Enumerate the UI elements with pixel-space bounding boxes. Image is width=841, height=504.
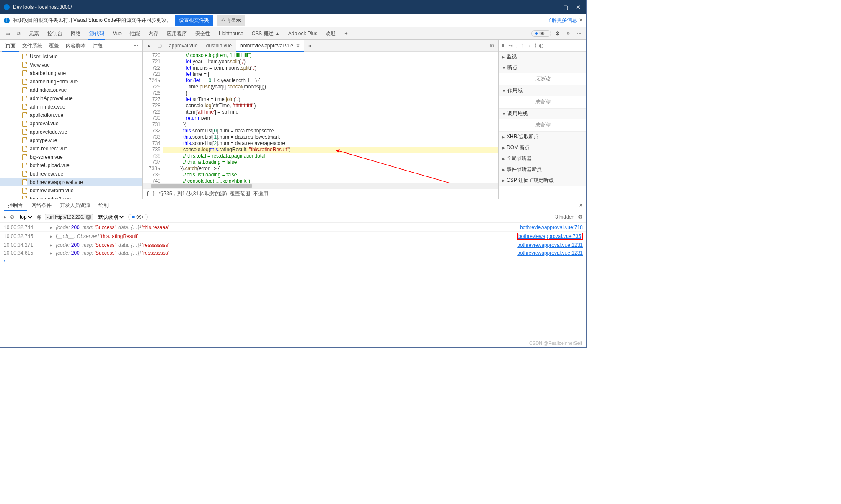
file-item[interactable]: bothreviewform.vue: [0, 186, 142, 195]
console-log-row[interactable]: 10:00:32.745▸[__ob__: Observer] 'this.ra…: [0, 232, 586, 241]
main-tab-7[interactable]: 应用程序: [163, 27, 191, 40]
console-log-row[interactable]: 10:00:34.615▸{code: 200, msg: 'Success',…: [0, 249, 586, 257]
step-into-icon[interactable]: ↓: [515, 42, 518, 49]
source-link[interactable]: bothreviewapproval.vue:735: [517, 233, 583, 240]
drawer-tab-3[interactable]: 绘制: [94, 199, 113, 211]
debugger-section[interactable]: ▼调用堆栈未暂停: [499, 109, 586, 132]
main-tab-3[interactable]: 源代码: [85, 27, 109, 40]
source-link[interactable]: bothreviewapproval.vue:718: [520, 225, 583, 230]
debugger-section[interactable]: ▼断点无断点: [499, 62, 586, 85]
navigator-tab-2[interactable]: 覆盖: [46, 40, 62, 52]
drawer-add-tab-button[interactable]: ＋: [114, 201, 124, 210]
console-settings-icon[interactable]: ⚙: [578, 214, 583, 220]
main-tab-6[interactable]: 内存: [144, 27, 163, 40]
file-item[interactable]: briefingIndex2.vue: [0, 195, 142, 199]
file-item[interactable]: abarbeitung.vue: [0, 69, 142, 78]
settings-icon[interactable]: ⚙: [553, 29, 562, 38]
toggle-navigator-icon[interactable]: ⧉: [487, 41, 497, 50]
main-tab-2[interactable]: 网络: [67, 27, 85, 40]
horizontal-scrollbar[interactable]: [143, 183, 498, 189]
file-item[interactable]: approval.vue: [0, 119, 142, 128]
console-filter-input[interactable]: -url:http://122.226.✕: [45, 214, 93, 220]
drawer-tab-0[interactable]: 控制台: [4, 199, 27, 211]
main-tab-0[interactable]: 元素: [25, 27, 43, 40]
maximize-button[interactable]: ▢: [563, 4, 568, 10]
code-editor[interactable]: 7207217227237247257267277287297307317327…: [143, 52, 498, 183]
close-icon[interactable]: ✕: [579, 17, 583, 23]
clear-filter-icon[interactable]: ✕: [86, 215, 91, 220]
file-tree[interactable]: UserList.vueView.vueabarbeitung.vueabarb…: [0, 52, 142, 199]
debugger-section[interactable]: ▶CSP 违反了规定断点: [499, 175, 586, 186]
step-icon[interactable]: →: [526, 42, 531, 49]
file-item[interactable]: approvetodo.vue: [0, 128, 142, 136]
console-issues-badge[interactable]: 99+: [128, 214, 148, 220]
debugger-section[interactable]: ▶DOM 断点: [499, 142, 586, 153]
file-item[interactable]: big-screen.vue: [0, 153, 142, 161]
main-tab-5[interactable]: 性能: [126, 27, 144, 40]
step-out-icon[interactable]: ↑: [521, 42, 524, 49]
navigator-tab-3[interactable]: 内容脚本: [62, 40, 89, 52]
main-tab-4[interactable]: Vue: [109, 27, 126, 40]
main-tab-12[interactable]: 欢迎: [321, 27, 340, 40]
editor-tab-1[interactable]: dustbin.vue: [202, 40, 236, 52]
set-root-folder-button[interactable]: 设置根文件夹: [175, 15, 213, 26]
main-tab-9[interactable]: Lighthouse: [215, 27, 248, 40]
console-log-row[interactable]: 10:00:34.271▸{code: 200, msg: 'Success',…: [0, 241, 586, 249]
navigator-tab-4[interactable]: 片段: [89, 40, 106, 52]
file-item[interactable]: application.vue: [0, 111, 142, 119]
main-tab-1[interactable]: 控制台: [43, 27, 67, 40]
log-level-select[interactable]: 默认级别: [96, 214, 125, 220]
source-link[interactable]: bothreviewapproval.vue:1231: [517, 250, 583, 256]
navigator-more-icon[interactable]: ⋯: [131, 43, 141, 49]
console-log-row[interactable]: 10:00:32.744▸{code: 200, msg: 'Success',…: [0, 224, 586, 232]
pause-exceptions-icon[interactable]: ◐: [539, 42, 543, 49]
drawer-tab-2[interactable]: 开发人员资源: [56, 199, 94, 211]
main-tab-11[interactable]: Adblock Plus: [284, 27, 321, 40]
device-toggle-icon[interactable]: ⧉: [14, 29, 23, 38]
close-button[interactable]: ✕: [576, 4, 580, 10]
navigator-tab-0[interactable]: 页面: [2, 40, 19, 52]
clear-console-icon[interactable]: ⊘: [10, 214, 15, 220]
file-item[interactable]: addIndicator.vue: [0, 86, 142, 94]
learn-more-link[interactable]: 了解更多信息✕: [547, 17, 583, 24]
drawer-tab-1[interactable]: 网络条件: [27, 199, 56, 211]
file-item[interactable]: UserList.vue: [0, 52, 142, 61]
file-item[interactable]: abarbeitungForm.vue: [0, 78, 142, 86]
navigator-tab-1[interactable]: 文件系统: [19, 40, 46, 52]
debugger-section[interactable]: ▶全局侦听器: [499, 153, 586, 164]
deactivate-breakpoints-icon[interactable]: ⌇: [534, 42, 536, 49]
inspect-icon[interactable]: ▭: [3, 29, 12, 38]
issues-badge[interactable]: 99+: [531, 30, 551, 37]
file-item[interactable]: bothreUpload.vue: [0, 161, 142, 170]
file-item[interactable]: auth-redirect.vue: [0, 145, 142, 153]
debugger-section[interactable]: ▼作用域未暂停: [499, 85, 586, 109]
nav-history-icon[interactable]: ▢: [155, 41, 164, 50]
pause-icon[interactable]: ⏸: [500, 42, 506, 49]
close-tab-icon[interactable]: ✕: [296, 43, 300, 49]
debugger-section[interactable]: ▶监视: [499, 52, 586, 62]
step-over-icon[interactable]: ⤼: [508, 42, 513, 49]
debugger-section[interactable]: ▶事件侦听器断点: [499, 164, 586, 175]
drawer-close-button[interactable]: ✕: [579, 202, 583, 208]
debugger-section[interactable]: ▶XHR/提取断点: [499, 132, 586, 142]
add-tab-button[interactable]: ＋: [342, 29, 351, 38]
file-item[interactable]: adminApproval.vue: [0, 94, 142, 103]
console-prompt[interactable]: ›: [0, 257, 586, 265]
file-item[interactable]: View.vue: [0, 61, 142, 69]
pretty-print-icon[interactable]: { }: [146, 191, 155, 197]
nav-back-icon[interactable]: ▸: [145, 41, 154, 50]
live-expression-icon[interactable]: ◉: [37, 214, 41, 220]
source-link[interactable]: bothreviewapproval.vue:1231: [517, 242, 583, 248]
more-icon[interactable]: ⋯: [574, 29, 584, 38]
console-sidebar-icon[interactable]: ▸: [4, 214, 7, 220]
dismiss-button[interactable]: 不再显示: [217, 15, 245, 26]
overflow-icon[interactable]: »: [305, 41, 314, 50]
editor-tab-2[interactable]: bothreviewapproval.vue✕: [236, 40, 304, 52]
editor-tab-0[interactable]: approval.vue: [165, 40, 202, 52]
console-output[interactable]: 10:00:32.744▸{code: 200, msg: 'Success',…: [0, 223, 586, 277]
minimize-button[interactable]: ―: [550, 4, 556, 10]
file-item[interactable]: adminIndex.vue: [0, 103, 142, 111]
execution-context-select[interactable]: top: [18, 214, 34, 220]
main-tab-8[interactable]: 安全性: [191, 27, 215, 40]
feedback-icon[interactable]: ☺: [564, 29, 573, 38]
